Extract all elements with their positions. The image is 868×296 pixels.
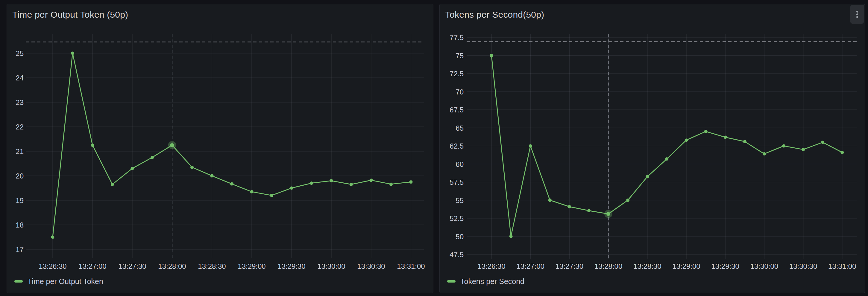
- svg-text:50: 50: [456, 233, 464, 241]
- svg-text:21: 21: [16, 147, 24, 156]
- svg-text:72.5: 72.5: [450, 70, 464, 78]
- svg-text:13:29:30: 13:29:30: [711, 262, 739, 270]
- svg-text:65: 65: [456, 124, 464, 132]
- svg-text:13:30:00: 13:30:00: [750, 262, 778, 270]
- legend-item-tokens-per-second[interactable]: Tokens per Second: [447, 277, 524, 286]
- svg-text:75: 75: [456, 52, 464, 60]
- svg-text:47.5: 47.5: [450, 251, 464, 259]
- svg-text:13:29:00: 13:29:00: [238, 262, 266, 270]
- svg-text:52.5: 52.5: [450, 215, 464, 223]
- svg-text:23: 23: [16, 98, 24, 106]
- svg-text:13:28:00: 13:28:00: [158, 262, 186, 270]
- svg-text:25: 25: [16, 49, 24, 57]
- panel-title: Time per Output Token (50p): [12, 9, 128, 20]
- svg-text:13:30:30: 13:30:30: [789, 262, 817, 270]
- panel-tokens-per-second: Tokens per Second(50p) 77.57572.57067.56…: [439, 4, 865, 293]
- legend-item-time-per-output-token[interactable]: Time per Output Token: [14, 277, 103, 286]
- time-per-output-token-chart[interactable]: 25242322212019181713:26:3013:27:0013:27:…: [7, 4, 434, 293]
- svg-text:20: 20: [16, 172, 24, 180]
- panel-title: Tokens per Second(50p): [445, 9, 544, 20]
- legend-label: Time per Output Token: [28, 277, 103, 286]
- svg-text:62.5: 62.5: [450, 142, 464, 150]
- svg-text:13:28:30: 13:28:30: [633, 262, 661, 270]
- svg-text:17: 17: [16, 245, 24, 254]
- svg-text:67.5: 67.5: [450, 106, 464, 114]
- svg-text:57.5: 57.5: [450, 178, 464, 186]
- svg-text:13:27:30: 13:27:30: [118, 262, 146, 270]
- kebab-vertical-icon: [856, 11, 858, 18]
- svg-text:13:29:30: 13:29:30: [277, 262, 305, 270]
- legend-series-color-dash: [447, 280, 456, 283]
- tokens-per-second-chart[interactable]: 77.57572.57067.56562.56057.55552.55047.5…: [440, 4, 865, 293]
- svg-text:22: 22: [16, 123, 24, 131]
- grafana-dashboard: { "colors": { "page_bg": "#111217", "pan…: [0, 0, 868, 296]
- svg-text:13:27:00: 13:27:00: [516, 262, 544, 270]
- svg-text:13:28:30: 13:28:30: [198, 262, 226, 270]
- panel-time-per-output-token: Time per Output Token (50p) 252423222120…: [7, 4, 433, 293]
- svg-text:60: 60: [456, 160, 464, 168]
- legend: Time per Output Token: [14, 277, 103, 286]
- legend-series-color-dash: [14, 280, 23, 283]
- svg-text:70: 70: [456, 88, 464, 96]
- svg-text:19: 19: [16, 196, 24, 204]
- svg-text:13:29:00: 13:29:00: [672, 262, 700, 270]
- svg-text:55: 55: [456, 196, 464, 204]
- svg-text:13:31:00: 13:31:00: [828, 262, 856, 270]
- svg-text:13:27:00: 13:27:00: [79, 262, 106, 270]
- panel-menu-button[interactable]: [850, 5, 864, 24]
- svg-text:24: 24: [16, 74, 24, 82]
- svg-text:18: 18: [16, 221, 24, 229]
- svg-text:13:27:30: 13:27:30: [556, 262, 583, 270]
- legend-label: Tokens per Second: [460, 277, 524, 286]
- svg-text:13:28:00: 13:28:00: [594, 262, 622, 270]
- legend: Tokens per Second: [447, 277, 524, 286]
- svg-text:13:30:30: 13:30:30: [357, 262, 385, 270]
- svg-text:13:26:30: 13:26:30: [39, 262, 66, 270]
- svg-text:13:30:00: 13:30:00: [317, 262, 345, 270]
- svg-text:13:31:00: 13:31:00: [397, 262, 425, 270]
- svg-text:77.5: 77.5: [450, 33, 464, 41]
- svg-text:13:26:30: 13:26:30: [477, 262, 505, 270]
